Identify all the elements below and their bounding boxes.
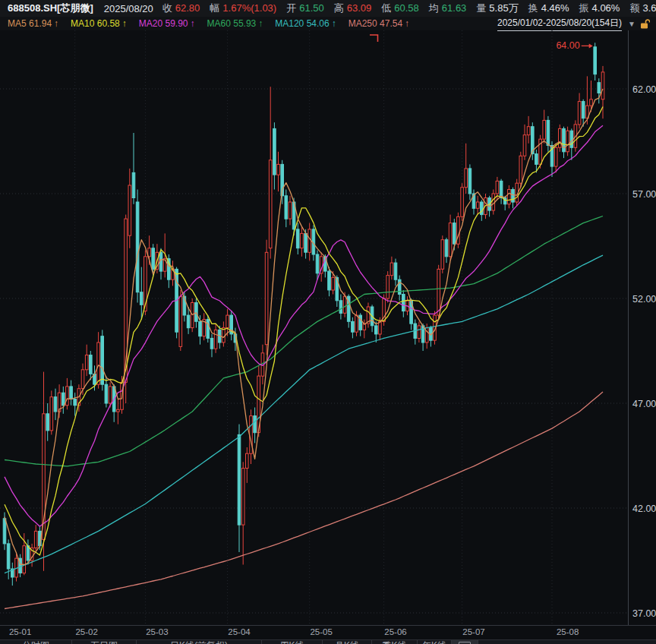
- ma-legend-bar: MA5 61.94↑MA10 60.58↑MA20 59.90↑MA60 55.…: [0, 17, 656, 30]
- toolbar-item-2[interactable]: 日K线(前复权): [137, 640, 262, 644]
- toolbar-item-3[interactable]: 周K线: [262, 640, 323, 644]
- toolbar-item-5[interactable]: 季K线: [372, 640, 418, 644]
- ma-legend-items: MA5 61.94↑MA10 60.58↑MA20 59.90↑MA60 55.…: [8, 18, 421, 29]
- x-label-25-03: 25-03: [146, 627, 168, 636]
- svg-text:52.00: 52.00: [632, 294, 656, 305]
- period-toolbar: 分时图五日图日K线(前复权)周K线月K线季K线年K线: [0, 639, 656, 644]
- x-label-25-08: 25-08: [557, 627, 579, 636]
- toolbar-item-0[interactable]: 分时图: [0, 640, 72, 644]
- quote-date: 2025/08/20: [104, 3, 153, 14]
- stat-field-高: 高63.09: [334, 2, 372, 15]
- candles-layer: [3, 43, 604, 586]
- x-label-25-06: 25-06: [384, 627, 406, 636]
- y-axis-tick-labels: 62.0057.0052.0047.0042.0037.00: [632, 84, 656, 619]
- stock-stats: 收62.80幅1.67%(1.03)开61.50高63.09低60.58均61.…: [162, 2, 656, 15]
- x-label-25-02: 25-02: [75, 627, 97, 636]
- chevron-down-icon[interactable]: ▼: [628, 20, 636, 28]
- unlock-icon[interactable]: [640, 18, 650, 30]
- stock-chart-window: 688508.SH[芯朋微] 2025/08/20 收62.80幅1.67%(1…: [0, 0, 656, 644]
- chart-area: 62.0057.0052.0047.0042.0037.0064.00: [0, 30, 656, 626]
- x-label-25-04: 25-04: [228, 627, 250, 636]
- stat-field-额: 额3.61亿: [629, 2, 656, 15]
- stat-field-低: 低60.58: [381, 2, 419, 15]
- ma-legend-ma250: MA250 47.54↑: [348, 18, 409, 29]
- svg-text:42.00: 42.00: [632, 504, 656, 514]
- x-label-25-01: 25-01: [9, 627, 31, 636]
- stat-field-振: 振4.06%: [579, 2, 620, 15]
- x-label-25-07: 25-07: [462, 627, 484, 636]
- stat-field-幅: 幅1.67%(1.03): [210, 2, 276, 15]
- svg-text:64.00: 64.00: [556, 40, 579, 51]
- stock-code: 688508.SH[芯朋微]: [8, 2, 93, 15]
- ma-legend-ma20: MA20 59.90↑: [139, 18, 195, 29]
- stat-field-收: 收62.80: [162, 2, 200, 15]
- stat-field-量: 量5.85万: [476, 2, 518, 15]
- ma60-line: [5, 216, 603, 466]
- ma-lines-layer: [5, 89, 603, 609]
- range-controls: 2025/01/02-2025/08/20(154日) ▼: [497, 17, 650, 30]
- stock-info-bar: 688508.SH[芯朋微] 2025/08/20 收62.80幅1.67%(1…: [0, 0, 656, 17]
- svg-text:62.00: 62.00: [632, 84, 656, 95]
- ma-legend-ma10: MA10 60.58↑: [71, 18, 127, 29]
- x-label-25-05: 25-05: [310, 627, 332, 636]
- toolbar-item-6[interactable]: 年K线: [418, 640, 452, 644]
- ma250-line: [5, 392, 603, 608]
- ma-legend-ma5: MA5 61.94↑: [8, 18, 58, 29]
- peak-price-annotation: 64.00: [556, 40, 592, 51]
- red-corner-mark: [370, 35, 378, 42]
- toolbar-item-4[interactable]: 月K线: [323, 640, 372, 644]
- ma-legend-ma120: MA120 54.06↑: [275, 18, 336, 29]
- toolbar-item-1[interactable]: 五日图: [72, 640, 137, 644]
- ma-legend-ma60: MA60 55.93↑: [207, 18, 263, 29]
- svg-text:57.00: 57.00: [632, 189, 656, 200]
- ma5-line: [5, 89, 603, 565]
- date-range-selector[interactable]: 2025/01/02-2025/08/20(154日): [497, 17, 622, 31]
- stat-field-均: 均61.63: [429, 2, 467, 15]
- candlestick-chart[interactable]: 62.0057.0052.0047.0042.0037.0064.00: [0, 30, 656, 626]
- toolbar-grid-icon[interactable]: [452, 640, 478, 644]
- ma20-line: [5, 125, 603, 526]
- x-axis-labels: 25-0125-0225-0325-0425-0525-0625-0725-08: [0, 626, 656, 639]
- gridlines: [0, 30, 629, 626]
- svg-text:47.00: 47.00: [632, 399, 656, 409]
- svg-text:37.00: 37.00: [632, 608, 656, 619]
- stat-field-开: 开61.50: [286, 2, 324, 15]
- stat-field-换: 换4.46%: [528, 2, 569, 15]
